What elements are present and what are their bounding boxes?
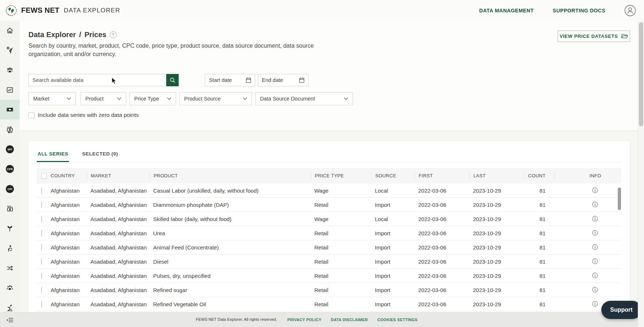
cell-source: Import [371,244,415,251]
sidebar-item-prices[interactable] [0,100,20,119]
breadcrumb-separator: / [79,31,81,39]
info-circle-icon[interactable]: ⓘ [592,188,598,193]
top-nav: DATA MANAGEMENT SUPPORTING DOCS [479,5,636,16]
sidebar-item-population[interactable] [0,278,20,298]
sidebar-item-trade-flows[interactable] [0,258,20,278]
sidebar-item-cash-flow[interactable] [0,199,20,218]
cell-market: Asadabad, Afghanistan [87,259,150,265]
cell-last: 2023-10-29 [469,244,524,251]
chevron-down-icon [67,97,71,100]
cell-count: 81 [524,273,554,279]
end-date-input[interactable]: End date [258,74,309,86]
row-checkbox[interactable] [41,230,42,236]
view-price-datasets-button[interactable]: VIEW PRICE DATASETS [558,31,630,42]
info-circle-icon[interactable]: ⓘ [592,259,598,264]
sidebar-item-nutrition[interactable] [0,239,20,258]
help-icon[interactable]: ? [110,31,117,38]
data-source-document-select[interactable]: Data Source Document [255,92,353,105]
cell-count: 81 [524,230,554,236]
cell-country: Afghanistan [50,259,87,265]
row-checkbox-cell [37,301,50,307]
search-icon [169,77,176,83]
search-button[interactable] [166,74,179,86]
privacy-policy-link[interactable]: PRIVACY POLICY [287,318,321,322]
col-price-type[interactable]: PRICE TYPE [311,172,371,180]
info-circle-icon[interactable]: ⓘ [592,301,598,307]
product-select[interactable]: Product [81,92,126,105]
table-header-row: COUNTRY MARKET PRODUCT PRICE TYPE SOURCE… [37,168,621,184]
page-scrollbar[interactable] [638,21,644,327]
sidebar-item-cpr[interactable]: CPR [0,159,20,179]
info-circle-icon[interactable]: ⓘ [592,273,598,279]
row-checkbox[interactable] [41,188,42,194]
cell-price-type: Wage [311,216,371,222]
sidebar-item-price-bulletins[interactable] [0,80,20,100]
data-disclaimer-link[interactable]: DATA DISCLAIMER [331,318,368,322]
page-scrollbar-thumb[interactable] [639,22,643,126]
table-row: Afghanistan Asadabad, Afghanistan Urea R… [37,226,621,240]
sidebar-item-crop-prices[interactable] [0,40,20,60]
search-input[interactable] [28,74,166,86]
open-folder-icon [621,34,628,39]
cell-market: Asadabad, Afghanistan [87,273,150,279]
col-product[interactable]: PRODUCT [150,172,311,180]
product-source-select[interactable]: Product Source [179,92,252,105]
col-last[interactable]: LAST [469,172,524,180]
info-circle-icon[interactable]: ⓘ [592,202,598,208]
sidebar-item-spi[interactable]: SPI [0,139,20,159]
col-count[interactable]: COUNT [524,172,554,180]
info-circle-icon[interactable]: ⓘ [592,287,598,293]
nav-data-management[interactable]: DATA MANAGEMENT [479,8,534,13]
cell-market: Asadabad, Afghanistan [87,287,150,293]
collapse-sidebar-button[interactable] [4,315,16,325]
banknote-exchange-icon [6,126,14,134]
cell-market: Asadabad, Afghanistan [87,230,150,236]
row-checkbox[interactable] [41,287,42,293]
row-checkbox-cell [37,273,50,279]
row-checkbox[interactable] [41,301,42,307]
info-circle-icon[interactable]: ⓘ [592,244,598,250]
info-circle-icon[interactable]: ⓘ [592,230,598,236]
select-all-checkbox[interactable] [41,173,47,179]
col-market[interactable]: MARKET [87,172,150,180]
sidebar-item-home[interactable] [0,21,20,40]
price-type-select[interactable]: Price Type [129,92,176,105]
cell-first: 2022-03-06 [415,259,469,265]
cell-info: ⓘ [554,188,621,193]
table-row: Afghanistan Asadabad, Afghanistan Casual… [37,184,621,198]
table-row: Afghanistan Asadabad, Afghanistan Refine… [37,283,621,297]
table-row: Afghanistan Asadabad, Afghanistan Diesel… [37,255,621,269]
user-avatar-icon[interactable] [624,5,636,16]
start-date-input[interactable]: Start date [205,74,255,86]
sidebar-item-exchange-rates[interactable] [0,120,20,139]
row-checkbox[interactable] [41,259,42,265]
row-checkbox[interactable] [41,216,42,222]
cpi-badge-icon: CPI [6,185,14,193]
table-scrollbar-thumb[interactable] [618,188,621,210]
table-row: Afghanistan Asadabad, Afghanistan Animal… [37,240,621,255]
banknote-icon [6,106,14,114]
support-button[interactable]: Support [601,301,641,319]
zero-datapoints-checkbox[interactable] [28,112,35,118]
cell-product: Urea [150,230,311,236]
market-select[interactable]: Market [28,92,76,105]
sidebar-item-agriculture[interactable] [0,218,20,238]
col-country[interactable]: COUNTRY [50,172,87,180]
col-info[interactable]: INFO [554,172,621,180]
home-icon [6,27,14,35]
cell-last: 2023-10-29 [469,216,524,222]
row-checkbox[interactable] [41,202,42,208]
info-circle-icon[interactable]: ⓘ [592,216,598,222]
sidebar-item-markets[interactable] [0,60,20,80]
cookies-settings-link[interactable]: COOKIES SETTINGS [377,318,418,322]
col-source[interactable]: SOURCE [371,172,415,180]
row-checkbox[interactable] [41,244,42,251]
tab-all-series[interactable]: ALL SERIES [37,149,69,162]
brand-suffix: DATA EXPLORER [64,7,120,14]
nav-supporting-docs[interactable]: SUPPORTING DOCS [553,8,605,13]
row-checkbox[interactable] [41,273,42,279]
col-first[interactable]: FIRST [415,172,469,180]
sidebar-item-cpi[interactable]: CPI [0,179,20,199]
tab-selected[interactable]: SELECTED (0) [81,149,119,162]
cell-first: 2022-03-06 [415,202,469,208]
